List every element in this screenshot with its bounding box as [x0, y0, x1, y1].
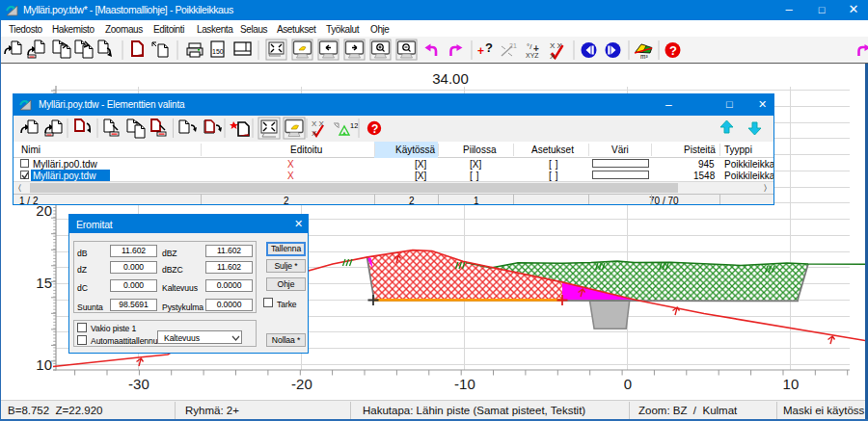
- svg-text:0: 0: [624, 376, 632, 392]
- svg-text:+: +: [477, 44, 484, 58]
- svg-text:?: ?: [371, 122, 378, 136]
- svg-text:21: 21: [509, 42, 517, 49]
- svg-text:X: X: [550, 52, 556, 61]
- svg-text:?: ?: [485, 40, 493, 55]
- svg-text:10: 10: [783, 376, 800, 392]
- svg-text:12: 12: [350, 121, 358, 130]
- svg-text:m³: m³: [640, 53, 648, 60]
- svg-text:10: 10: [36, 356, 52, 373]
- svg-text:150: 150: [212, 48, 224, 55]
- svg-text:34.00: 34.00: [432, 70, 469, 87]
- svg-text:-30: -30: [128, 376, 149, 392]
- svg-text:?: ?: [669, 43, 677, 58]
- svg-text:XYZ: XYZ: [526, 52, 539, 59]
- svg-text:X: X: [312, 129, 317, 138]
- svg-text:-10: -10: [454, 376, 475, 392]
- svg-text:15: 15: [36, 275, 52, 291]
- svg-text:°/: °/: [527, 42, 532, 51]
- svg-text:-20: -20: [291, 376, 312, 392]
